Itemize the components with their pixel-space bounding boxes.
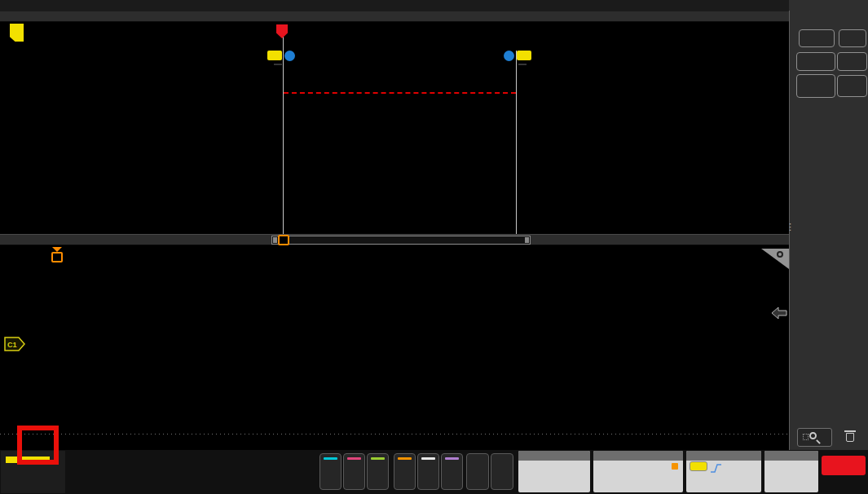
cursor-b-channel-chip[interactable] — [517, 51, 531, 60]
trash-body-icon — [846, 433, 854, 442]
math-color-stripe — [398, 457, 412, 460]
trigger-source-badge — [690, 461, 707, 471]
trigger-settings-panel[interactable] — [686, 451, 761, 492]
dvm-button[interactable] — [466, 453, 489, 490]
plot-button[interactable] — [837, 75, 867, 97]
spectrum-panel-title — [518, 451, 590, 461]
acquisition-panel-title — [764, 451, 818, 461]
bottom-toolbar — [0, 450, 868, 494]
acquisition-scrollbar[interactable] — [271, 236, 531, 245]
horizontal-memory — [672, 461, 680, 471]
cursor-b-line[interactable] — [516, 51, 517, 234]
spectrum-view-titlebar — [0, 11, 789, 22]
trigger-position-marker[interactable] — [51, 252, 63, 262]
scrollbar-right-handle[interactable] — [525, 237, 529, 243]
acquisition-settings-panel[interactable] — [764, 451, 818, 492]
trigger-edge-icon — [710, 463, 722, 474]
cursor-delta-line — [284, 92, 516, 94]
stopped-button[interactable] — [822, 456, 866, 475]
spectrum-plot[interactable] — [0, 22, 789, 234]
channel-c1-marker[interactable]: C1 — [4, 337, 25, 351]
trigger-panel-title — [686, 451, 761, 461]
search-button[interactable] — [837, 52, 867, 71]
cursor-a-readout — [274, 64, 282, 65]
note-button[interactable] — [839, 29, 866, 47]
zoom-mode-button[interactable] — [797, 428, 832, 447]
zoom-magnifier-icon — [809, 432, 817, 439]
cursor-a-channel-chip[interactable] — [267, 51, 282, 60]
cursor-b-chip[interactable] — [504, 51, 514, 61]
measure-button[interactable] — [796, 52, 835, 71]
add-new-bus-button[interactable] — [441, 453, 463, 490]
add-new-math-button[interactable] — [394, 453, 416, 490]
cursor-a-line[interactable] — [283, 37, 284, 234]
scrollbar-left-handle[interactable] — [273, 237, 277, 243]
spectrum-trace-canvas — [0, 22, 789, 234]
cursor-a-chip[interactable] — [284, 51, 295, 61]
menu-bar — [0, 0, 789, 11]
results-table-button[interactable] — [796, 74, 835, 98]
zoom-box-icon — [803, 434, 809, 440]
splitter-handle[interactable]: ⋮ — [786, 222, 795, 232]
magnifier-icon — [777, 251, 783, 258]
cursors-button[interactable] — [799, 29, 835, 47]
add-new-ref-button[interactable] — [417, 453, 439, 490]
spectrum-settings-panel[interactable] — [518, 451, 590, 492]
oscilloscope-app: { "menu": { "items": ["File", "Edit", "U… — [0, 0, 868, 494]
horizontal-settings-panel[interactable] — [593, 451, 683, 492]
zoom-magnifier-handle-icon — [816, 439, 821, 444]
afg-button[interactable] — [491, 453, 513, 490]
channel-3-button[interactable] — [343, 453, 365, 490]
horizontal-panel-title — [593, 451, 683, 461]
trash-button[interactable] — [839, 428, 861, 447]
time-axis-line — [0, 434, 789, 434]
channel-4-button[interactable] — [367, 453, 389, 490]
red-highlight-annotation — [17, 426, 59, 465]
channel-4-color-stripe — [371, 457, 385, 460]
ref-color-stripe — [421, 457, 435, 460]
waveform-trace-canvas — [0, 247, 789, 450]
svg-text:C1: C1 — [7, 341, 17, 349]
right-panel: ⋮ — [789, 0, 868, 450]
waveform-plot[interactable]: C1 — [0, 247, 789, 450]
channel-2-color-stripe — [324, 457, 337, 460]
bus-color-stripe — [445, 457, 459, 460]
memory-usage-icon — [672, 463, 678, 470]
trash-icon — [844, 430, 856, 432]
cursor-b-readout — [518, 64, 527, 65]
scale-ghost-arrow-icon[interactable] — [771, 307, 787, 320]
channel-3-color-stripe — [347, 457, 361, 460]
scrollbar-trigger-marker[interactable] — [278, 235, 289, 245]
channel-2-button[interactable] — [319, 453, 341, 490]
